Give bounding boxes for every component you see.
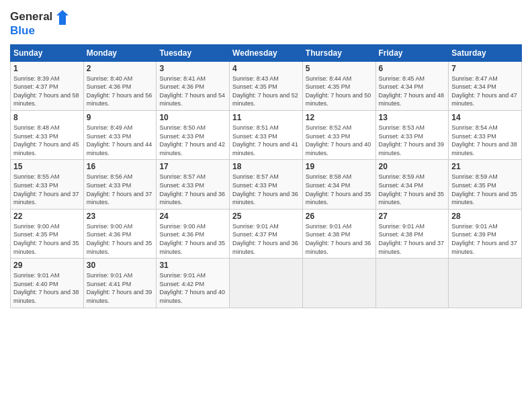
day-number: 26 — [306, 212, 373, 221]
day-number: 7 — [451, 64, 519, 73]
calendar-cell: 5Sunrise: 8:44 AMSunset: 4:35 PMDaylight… — [302, 61, 375, 110]
day-number: 2 — [87, 64, 154, 73]
day-number: 13 — [379, 113, 446, 122]
logo-text: General Blue — [10, 10, 69, 38]
calendar-cell: 25Sunrise: 9:01 AMSunset: 4:37 PMDayligh… — [230, 209, 303, 258]
weekday-header-wednesday: Wednesday — [230, 44, 303, 61]
day-info: Sunrise: 8:55 AMSunset: 4:33 PMDaylight:… — [13, 173, 81, 206]
week-row-3: 15Sunrise: 8:55 AMSunset: 4:33 PMDayligh… — [11, 160, 522, 209]
weekday-header-friday: Friday — [375, 44, 449, 61]
calendar-cell — [375, 259, 449, 308]
weekday-header-row: SundayMondayTuesdayWednesdayThursdayFrid… — [11, 44, 522, 61]
week-row-2: 8Sunrise: 8:48 AMSunset: 4:33 PMDaylight… — [11, 111, 522, 160]
day-info: Sunrise: 8:57 AMSunset: 4:33 PMDaylight:… — [232, 173, 300, 206]
day-number: 5 — [306, 64, 373, 73]
day-info: Sunrise: 9:01 AMSunset: 4:37 PMDaylight:… — [232, 222, 300, 256]
calendar-cell: 19Sunrise: 8:58 AMSunset: 4:34 PMDayligh… — [302, 160, 375, 209]
day-number: 3 — [159, 64, 226, 73]
day-number: 9 — [87, 113, 154, 122]
calendar-cell — [449, 259, 522, 308]
day-number: 27 — [379, 212, 446, 221]
day-info: Sunrise: 9:01 AMSunset: 4:41 PMDaylight:… — [87, 271, 154, 305]
day-info: Sunrise: 9:00 AMSunset: 4:35 PMDaylight:… — [13, 222, 81, 256]
day-number: 19 — [306, 162, 373, 171]
day-number: 20 — [379, 162, 446, 171]
weekday-header-sunday: Sunday — [11, 44, 84, 61]
calendar-cell: 26Sunrise: 9:01 AMSunset: 4:38 PMDayligh… — [302, 209, 375, 258]
weekday-header-thursday: Thursday — [302, 44, 375, 61]
day-number: 30 — [87, 261, 154, 270]
calendar-cell — [302, 259, 375, 308]
calendar-cell: 21Sunrise: 8:59 AMSunset: 4:35 PMDayligh… — [449, 160, 522, 209]
day-number: 15 — [13, 162, 81, 171]
calendar-cell: 11Sunrise: 8:51 AMSunset: 4:33 PMDayligh… — [230, 111, 303, 160]
calendar-cell: 8Sunrise: 8:48 AMSunset: 4:33 PMDaylight… — [11, 111, 84, 160]
week-row-1: 1Sunrise: 8:39 AMSunset: 4:37 PMDaylight… — [11, 61, 522, 110]
day-info: Sunrise: 8:54 AMSunset: 4:33 PMDaylight:… — [451, 124, 519, 157]
day-number: 8 — [13, 113, 81, 122]
calendar-cell: 23Sunrise: 9:00 AMSunset: 4:36 PMDayligh… — [83, 209, 157, 258]
day-info: Sunrise: 8:43 AMSunset: 4:35 PMDaylight:… — [232, 75, 300, 108]
day-info: Sunrise: 9:01 AMSunset: 4:38 PMDaylight:… — [306, 222, 373, 256]
calendar-cell: 10Sunrise: 8:50 AMSunset: 4:33 PMDayligh… — [157, 111, 230, 160]
day-info: Sunrise: 9:00 AMSunset: 4:36 PMDaylight:… — [159, 222, 226, 256]
calendar-cell: 20Sunrise: 8:59 AMSunset: 4:34 PMDayligh… — [375, 160, 449, 209]
day-info: Sunrise: 9:01 AMSunset: 4:39 PMDaylight:… — [451, 222, 519, 256]
day-info: Sunrise: 8:45 AMSunset: 4:34 PMDaylight:… — [379, 75, 446, 108]
day-number: 21 — [451, 162, 519, 171]
day-info: Sunrise: 8:48 AMSunset: 4:33 PMDaylight:… — [13, 124, 81, 157]
calendar-cell: 4Sunrise: 8:43 AMSunset: 4:35 PMDaylight… — [230, 61, 303, 110]
day-number: 31 — [159, 261, 226, 270]
day-info: Sunrise: 8:50 AMSunset: 4:33 PMDaylight:… — [159, 124, 226, 157]
day-number: 17 — [159, 162, 226, 171]
day-number: 10 — [159, 113, 226, 122]
calendar-cell: 9Sunrise: 8:49 AMSunset: 4:33 PMDaylight… — [83, 111, 157, 160]
day-info: Sunrise: 8:47 AMSunset: 4:34 PMDaylight:… — [451, 75, 519, 108]
calendar-cell: 16Sunrise: 8:56 AMSunset: 4:33 PMDayligh… — [83, 160, 157, 209]
day-number: 22 — [13, 212, 81, 221]
day-number: 4 — [232, 64, 300, 73]
week-row-5: 29Sunrise: 9:01 AMSunset: 4:40 PMDayligh… — [11, 259, 522, 308]
calendar-cell: 22Sunrise: 9:00 AMSunset: 4:35 PMDayligh… — [11, 209, 84, 258]
day-info: Sunrise: 8:57 AMSunset: 4:33 PMDaylight:… — [159, 173, 226, 206]
calendar-cell: 2Sunrise: 8:40 AMSunset: 4:36 PMDaylight… — [83, 61, 157, 110]
calendar-cell: 3Sunrise: 8:41 AMSunset: 4:36 PMDaylight… — [157, 61, 230, 110]
day-info: Sunrise: 8:39 AMSunset: 4:37 PMDaylight:… — [13, 75, 81, 108]
day-info: Sunrise: 9:00 AMSunset: 4:36 PMDaylight:… — [87, 222, 154, 256]
calendar-cell: 17Sunrise: 8:57 AMSunset: 4:33 PMDayligh… — [157, 160, 230, 209]
day-number: 23 — [87, 212, 154, 221]
header: General Blue — [10, 10, 522, 38]
day-info: Sunrise: 9:01 AMSunset: 4:38 PMDaylight:… — [379, 222, 446, 256]
day-number: 24 — [159, 212, 226, 221]
page-container: General Blue SundayMondayTuesdayWednesda… — [0, 0, 532, 315]
calendar-cell: 24Sunrise: 9:00 AMSunset: 4:36 PMDayligh… — [157, 209, 230, 258]
calendar-cell: 15Sunrise: 8:55 AMSunset: 4:33 PMDayligh… — [11, 160, 84, 209]
weekday-header-saturday: Saturday — [449, 44, 522, 61]
logo: General Blue — [10, 10, 69, 38]
day-info: Sunrise: 8:59 AMSunset: 4:35 PMDaylight:… — [451, 173, 519, 206]
day-info: Sunrise: 8:52 AMSunset: 4:33 PMDaylight:… — [306, 124, 373, 157]
day-info: Sunrise: 9:01 AMSunset: 4:42 PMDaylight:… — [159, 271, 226, 305]
calendar-body: 1Sunrise: 8:39 AMSunset: 4:37 PMDaylight… — [11, 61, 522, 308]
calendar-cell: 14Sunrise: 8:54 AMSunset: 4:33 PMDayligh… — [449, 111, 522, 160]
calendar-cell: 1Sunrise: 8:39 AMSunset: 4:37 PMDaylight… — [11, 61, 84, 110]
day-info: Sunrise: 8:44 AMSunset: 4:35 PMDaylight:… — [306, 75, 373, 108]
day-number: 14 — [451, 113, 519, 122]
day-number: 28 — [451, 212, 519, 221]
calendar-cell: 30Sunrise: 9:01 AMSunset: 4:41 PMDayligh… — [83, 259, 157, 308]
day-number: 25 — [232, 212, 300, 221]
day-info: Sunrise: 8:49 AMSunset: 4:33 PMDaylight:… — [87, 124, 154, 157]
day-number: 18 — [232, 162, 300, 171]
day-info: Sunrise: 8:51 AMSunset: 4:33 PMDaylight:… — [232, 124, 300, 157]
calendar-cell: 28Sunrise: 9:01 AMSunset: 4:39 PMDayligh… — [449, 209, 522, 258]
day-info: Sunrise: 8:53 AMSunset: 4:33 PMDaylight:… — [379, 124, 446, 157]
calendar-cell: 13Sunrise: 8:53 AMSunset: 4:33 PMDayligh… — [375, 111, 449, 160]
week-row-4: 22Sunrise: 9:00 AMSunset: 4:35 PMDayligh… — [11, 209, 522, 258]
day-info: Sunrise: 8:59 AMSunset: 4:34 PMDaylight:… — [379, 173, 446, 206]
calendar-cell: 7Sunrise: 8:47 AMSunset: 4:34 PMDaylight… — [449, 61, 522, 110]
calendar-table: SundayMondayTuesdayWednesdayThursdayFrid… — [10, 44, 522, 308]
day-info: Sunrise: 8:41 AMSunset: 4:36 PMDaylight:… — [159, 75, 226, 108]
calendar-cell: 31Sunrise: 9:01 AMSunset: 4:42 PMDayligh… — [157, 259, 230, 308]
day-number: 29 — [13, 261, 81, 270]
day-number: 6 — [379, 64, 446, 73]
